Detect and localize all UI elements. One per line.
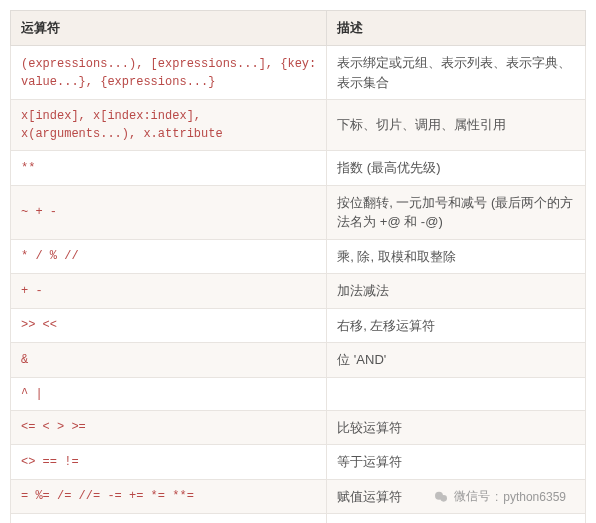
watermark: 微信号: python6359 <box>433 488 566 505</box>
description-cell: 等于运算符 <box>327 445 586 480</box>
description-cell: 位 'AND' <box>327 343 586 378</box>
col-header-operator: 运算符 <box>11 11 327 46</box>
operator-cell: (expressions...), [expressions...], {key… <box>11 46 327 100</box>
table-row: ^ | <box>11 377 586 410</box>
table-row: >> <<右移, 左移运算符 <box>11 308 586 343</box>
table-row: **指数 (最高优先级) <box>11 151 586 186</box>
watermark-label: 微信号 <box>454 488 490 505</box>
table-row: + -加法减法 <box>11 274 586 309</box>
operator-cell: is is not <box>11 514 327 524</box>
description-cell <box>327 377 586 410</box>
description-cell: 指数 (最高优先级) <box>327 151 586 186</box>
table-row: ~ + -按位翻转, 一元加号和减号 (最后两个的方法名为 +@ 和 -@) <box>11 185 586 239</box>
table-row: * / % //乘, 除, 取模和取整除 <box>11 239 586 274</box>
watermark-value: python6359 <box>503 490 566 504</box>
svg-point-1 <box>440 495 447 502</box>
table-row: x[index], x[index:index], x(arguments...… <box>11 100 586 151</box>
description-cell: 身份运算符 <box>327 514 586 524</box>
table-row: &位 'AND' <box>11 343 586 378</box>
table-row: (expressions...), [expressions...], {key… <box>11 46 586 100</box>
description-cell: 按位翻转, 一元加号和减号 (最后两个的方法名为 +@ 和 -@) <box>327 185 586 239</box>
wechat-icon <box>433 489 449 505</box>
table-row: <> == !=等于运算符 <box>11 445 586 480</box>
description-cell: 比较运算符 <box>327 410 586 445</box>
operator-cell: + - <box>11 274 327 309</box>
description-cell: 下标、切片、调用、属性引用 <box>327 100 586 151</box>
operator-cell: <= < > >= <box>11 410 327 445</box>
operator-cell: & <box>11 343 327 378</box>
operator-precedence-table: 运算符 描述 (expressions...), [expressions...… <box>10 10 586 523</box>
col-header-description: 描述 <box>327 11 586 46</box>
operator-cell: ^ | <box>11 377 327 410</box>
table-row: is is not身份运算符 <box>11 514 586 524</box>
operator-cell: = %= /= //= -= += *= **= <box>11 479 327 514</box>
operator-cell: <> == != <box>11 445 327 480</box>
description-cell: 右移, 左移运算符 <box>327 308 586 343</box>
description-cell: 加法减法 <box>327 274 586 309</box>
operator-cell: >> << <box>11 308 327 343</box>
operator-cell: * / % // <box>11 239 327 274</box>
operator-cell: ** <box>11 151 327 186</box>
operator-cell: x[index], x[index:index], x(arguments...… <box>11 100 327 151</box>
table-row: <= < > >=比较运算符 <box>11 410 586 445</box>
description-cell: 乘, 除, 取模和取整除 <box>327 239 586 274</box>
operator-cell: ~ + - <box>11 185 327 239</box>
description-cell: 表示绑定或元组、表示列表、表示字典、表示集合 <box>327 46 586 100</box>
